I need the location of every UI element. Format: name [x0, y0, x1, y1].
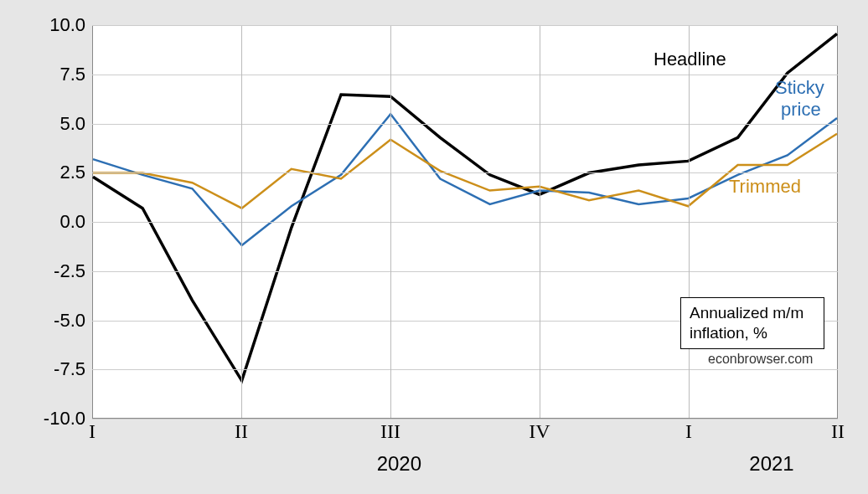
gridline-x — [390, 26, 391, 418]
x-year-label: 2021 — [749, 452, 793, 476]
legend-line1: Annualized m/m — [690, 303, 815, 323]
gridline-y — [92, 369, 838, 370]
gridline-y — [92, 75, 838, 75]
y-tick-label: 5.0 — [18, 113, 85, 135]
gridline-y — [92, 271, 838, 272]
x-quarter-label: II — [831, 420, 845, 443]
gridline-y — [92, 124, 838, 125]
gridline-y — [92, 25, 838, 26]
label-headline: Headline — [654, 49, 726, 70]
x-year-label: 2020 — [377, 452, 421, 476]
y-tick-label: 0.0 — [18, 211, 85, 233]
y-tick-label: -2.5 — [18, 260, 85, 282]
gridline-x — [689, 26, 690, 418]
x-quarter-label: III — [380, 420, 400, 443]
y-tick-label: -7.5 — [18, 358, 85, 380]
gridline-y — [92, 419, 838, 419]
label-sticky-line2: price — [781, 99, 821, 121]
y-tick-label: -10.0 — [18, 408, 85, 430]
y-tick-label: 2.5 — [18, 162, 85, 183]
legend-line2: inflation, % — [690, 323, 815, 343]
y-tick-label: 7.5 — [18, 64, 85, 85]
y-tick-label: -5.0 — [18, 310, 85, 332]
label-sticky-line1: Sticky — [775, 77, 824, 99]
gridline-x — [540, 26, 540, 418]
gridline-y — [92, 172, 838, 173]
chart-container: -10.0-7.5-5.0-2.50.02.55.07.510.0IIIIIII… — [0, 0, 868, 494]
x-quarter-label: II — [235, 420, 248, 443]
credit-text: econbrowser.com — [708, 352, 813, 367]
x-quarter-label: I — [685, 420, 692, 443]
x-quarter-label: I — [89, 420, 96, 443]
y-tick-label: 10.0 — [18, 14, 85, 36]
legend-box: Annualized m/m inflation, % — [680, 297, 824, 349]
gridline-y — [92, 222, 838, 223]
label-trimmed: Trimmed — [729, 176, 801, 198]
x-quarter-label: IV — [529, 420, 550, 443]
gridline-x — [241, 26, 242, 418]
